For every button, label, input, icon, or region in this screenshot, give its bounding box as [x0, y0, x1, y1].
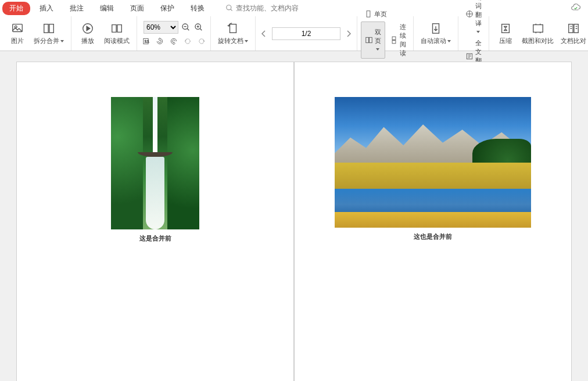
translate-word-icon — [465, 10, 474, 18]
menu-bar: 开始 插入 批注 编辑 页面 保护 转换 — [0, 0, 588, 16]
auto-scroll-icon — [429, 21, 442, 35]
svg-point-0 — [227, 5, 231, 10]
split-merge-icon — [42, 21, 55, 35]
page-2[interactable]: 这也是合并前 — [294, 62, 572, 381]
menu-annotate[interactable]: 批注 — [63, 2, 91, 15]
page-1-caption: 这是合并前 — [139, 234, 171, 243]
auto-scroll-button[interactable]: 自动滚动 — [417, 21, 454, 45]
compress-icon — [499, 21, 512, 35]
cloud-sync-icon[interactable] — [571, 3, 581, 13]
image-button[interactable]: 图片 — [5, 21, 30, 45]
svg-line-1 — [231, 9, 232, 11]
svg-point-17 — [199, 38, 204, 43]
svg-point-16 — [185, 38, 190, 43]
svg-line-9 — [187, 28, 189, 30]
read-mode-button[interactable]: 阅读模式 — [101, 21, 133, 45]
single-page-icon — [364, 10, 372, 18]
svg-text:1:1: 1:1 — [145, 39, 149, 43]
page-2-caption: 这也是合并前 — [414, 232, 452, 241]
search-box[interactable] — [225, 4, 317, 12]
page-spread: 这是合并前 这也是合并前 — [16, 62, 572, 381]
zoom-out-icon[interactable] — [181, 22, 191, 33]
rotate-left-icon[interactable] — [155, 36, 165, 46]
split-merge-button[interactable]: 拆分合并 — [30, 21, 67, 45]
rotate-doc-icon — [227, 21, 239, 35]
waterfall-image — [111, 97, 199, 229]
menu-page[interactable]: 页面 — [123, 2, 151, 15]
search-input[interactable] — [236, 4, 317, 12]
screenshot-icon — [532, 21, 544, 35]
svg-rect-22 — [392, 37, 396, 39]
svg-rect-19 — [367, 11, 370, 17]
page-1[interactable]: 这是合并前 — [16, 62, 294, 381]
fit-width-icon[interactable]: 1:1 — [141, 36, 151, 46]
menu-protect[interactable]: 保护 — [153, 2, 181, 15]
menu-start[interactable]: 开始 — [2, 2, 30, 15]
zoom-select[interactable]: 60% — [144, 21, 178, 34]
svg-rect-21 — [370, 37, 372, 42]
search-icon — [225, 4, 234, 12]
image-icon — [11, 21, 24, 35]
menu-insert[interactable]: 插入 — [33, 2, 60, 15]
svg-line-13 — [200, 28, 202, 30]
next-page-button[interactable] — [344, 29, 353, 38]
document-workspace: 这是合并前 这也是合并前 — [0, 51, 588, 381]
page-number-input[interactable] — [272, 27, 340, 40]
svg-rect-20 — [366, 37, 369, 42]
landscape-image — [335, 97, 531, 228]
svg-rect-23 — [392, 40, 396, 43]
zoom-in-icon[interactable] — [193, 22, 204, 33]
rotate-doc-button[interactable]: 旋转文档 — [214, 21, 252, 45]
continuous-icon — [390, 36, 398, 44]
menu-convert[interactable]: 转换 — [184, 2, 211, 15]
compress-button[interactable]: 压缩 — [493, 21, 518, 45]
continuous-read-button[interactable]: 连续阅读 — [386, 21, 410, 59]
double-page-button[interactable]: 双页 — [361, 21, 385, 59]
play-icon — [81, 21, 94, 35]
undo-rotate-icon[interactable] — [182, 36, 193, 46]
single-page-button[interactable]: 单页 — [361, 9, 410, 20]
toolbar: 图片 拆分合并 播放 阅读模式 60% 1:1 — [0, 16, 588, 51]
double-page-icon — [365, 36, 373, 44]
svg-rect-5 — [49, 24, 53, 33]
screenshot-compare-button[interactable]: 截图和对比 — [518, 21, 557, 45]
play-button[interactable]: 播放 — [75, 21, 101, 45]
rotate-right-icon[interactable] — [168, 36, 179, 46]
doc-compare-button[interactable]: 文档比对 — [557, 21, 588, 45]
svg-rect-4 — [44, 24, 48, 33]
compare-icon — [567, 21, 580, 35]
word-translate-button[interactable]: 划词翻译 — [462, 0, 485, 36]
svg-rect-18 — [230, 24, 236, 33]
menu-edit[interactable]: 编辑 — [93, 2, 121, 15]
svg-rect-28 — [533, 25, 543, 33]
translate-full-icon — [465, 52, 474, 60]
book-icon — [110, 21, 123, 35]
redo-rotate-icon[interactable] — [196, 36, 207, 46]
prev-page-button[interactable] — [259, 29, 268, 38]
